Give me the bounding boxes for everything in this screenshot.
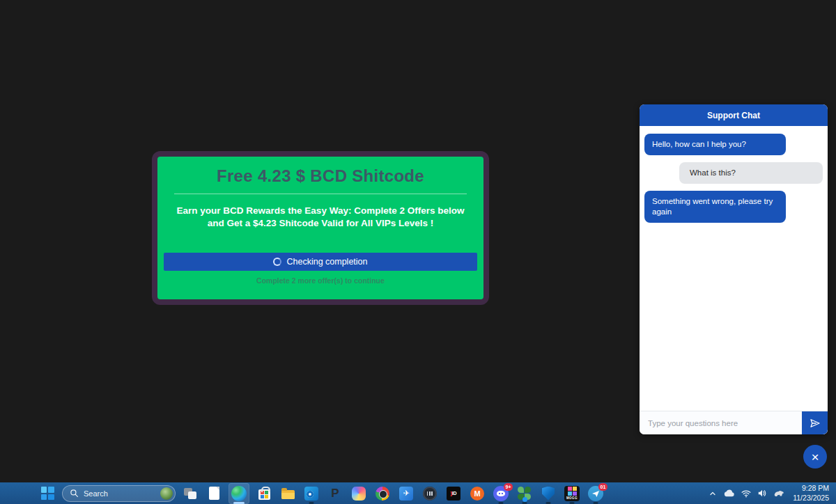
taskbar-item-microsoft-store[interactable] — [255, 485, 273, 503]
clock-date: 11/23/2025 — [793, 494, 829, 503]
airplane-icon: ✈ — [399, 487, 413, 501]
taskbar-item-audio-id-app[interactable]: )) ID — [444, 485, 463, 503]
telegram-notification-badge: 01 — [598, 483, 607, 491]
discord-notification-badge: 9+ — [504, 483, 513, 491]
checking-completion-label: Checking completion — [286, 257, 367, 267]
taskbar-item-mogg[interactable]: MOGG — [563, 485, 581, 503]
id-label: ID — [452, 491, 457, 496]
file-explorer-icon — [281, 490, 295, 499]
taskbar-item-file-explorer[interactable] — [279, 485, 297, 503]
search-icon — [70, 489, 79, 498]
taskbar: Search P — [0, 482, 836, 504]
taskbar-item-dark-globe-app[interactable] — [421, 485, 439, 503]
monero-icon: M — [470, 487, 484, 501]
audio-id-icon: )) ID — [447, 487, 460, 501]
discord-face-glyph — [497, 491, 505, 496]
promo-footer-note: Complete 2 more offer(s) to continue — [157, 276, 483, 285]
desktop-background: Free 4.23 $ BCD Shitcode Earn your BCD R… — [0, 0, 836, 504]
promo-description: Earn your BCD Rewards the Easy Way: Comp… — [169, 205, 472, 230]
taskbar-item-travel-app[interactable]: ✈ — [397, 485, 415, 503]
telegram-icon: 01 — [588, 486, 603, 501]
running-indicator — [594, 502, 598, 504]
search-highlight-plant-icon — [160, 487, 173, 500]
clock-time: 9:28 PM — [793, 484, 829, 494]
system-tray: 9:28 PM 11/23/2025 — [709, 484, 836, 503]
chat-bot-message: Hello, how can I help you? — [644, 134, 786, 155]
promo-card: Free 4.23 $ BCD Shitcode Earn your BCD R… — [152, 151, 489, 305]
chat-message-list: Hello, how can I help you? What is this?… — [640, 126, 828, 411]
search-placeholder-label: Search — [84, 489, 108, 498]
chat-close-button[interactable]: × — [803, 445, 827, 468]
onedrive-cloud-icon[interactable] — [723, 489, 735, 498]
taskbar-item-notepad[interactable] — [205, 485, 223, 503]
copilot-icon — [352, 487, 366, 501]
promo-title: Free 4.23 $ BCD Shitcode — [157, 166, 483, 186]
start-button[interactable] — [38, 485, 56, 503]
chrome-icon — [376, 487, 389, 501]
send-button[interactable] — [802, 411, 828, 434]
taskbar-item-p-app[interactable]: P — [326, 485, 344, 503]
airplane-glyph: ✈ — [403, 489, 409, 498]
taskbar-item-task-view[interactable] — [181, 485, 199, 503]
running-indicator — [309, 502, 314, 504]
dark-globe-icon — [423, 487, 437, 501]
checking-completion-button[interactable]: Checking completion — [164, 253, 477, 271]
taskbar-item-monero[interactable]: M — [468, 485, 486, 503]
running-indicator — [233, 502, 245, 504]
paper-plane-icon — [809, 417, 821, 430]
close-x-icon: × — [811, 450, 819, 464]
taskbar-item-copilot[interactable] — [350, 485, 368, 503]
taskbar-clock[interactable]: 9:28 PM 11/23/2025 — [793, 484, 829, 503]
taskbar-item-telegram[interactable]: 01 — [587, 485, 605, 503]
taskbar-item-outlook[interactable] — [302, 485, 320, 503]
running-indicator — [546, 502, 551, 504]
microsoft-store-icon — [258, 489, 270, 500]
taskbar-item-loyverse[interactable] — [516, 485, 534, 503]
taskbar-item-windows-defender[interactable] — [539, 485, 557, 503]
running-indicator — [522, 502, 527, 504]
outlook-icon — [304, 487, 318, 501]
chat-bot-message: Something went wrong, please try again — [644, 191, 786, 223]
running-indicator — [570, 502, 575, 504]
taskbar-item-edge[interactable] — [229, 483, 249, 504]
chat-input-row — [640, 411, 828, 434]
shield-icon — [542, 487, 555, 501]
monero-m-glyph: M — [474, 489, 480, 498]
taskbar-item-discord[interactable]: 9+ — [492, 485, 510, 503]
chat-user-message: What is this? — [679, 162, 823, 184]
promo-divider — [174, 194, 467, 194]
spinner-icon — [273, 258, 281, 266]
pets-tray-app-icon[interactable] — [773, 489, 784, 498]
p-logo-icon: P — [331, 487, 339, 501]
running-indicator — [499, 502, 504, 504]
telegram-plane-glyph — [591, 489, 600, 498]
four-leaf-app-icon — [518, 487, 532, 501]
taskbar-search-box[interactable]: Search — [62, 485, 176, 502]
discord-icon: 9+ — [493, 486, 509, 501]
sound-waves-glyph: )) — [450, 490, 451, 496]
task-view-icon — [184, 488, 196, 499]
windows-logo-icon — [41, 487, 54, 500]
chat-header: Support Chat — [640, 104, 828, 126]
taskbar-item-chrome[interactable] — [373, 485, 392, 503]
support-chat-panel: Support Chat Hello, how can I help you? … — [640, 104, 828, 434]
chat-question-input[interactable] — [640, 411, 802, 434]
edge-browser-icon — [231, 486, 247, 501]
tray-chevron-up-icon[interactable] — [709, 489, 717, 498]
mogg-label: MOGG — [566, 496, 578, 500]
volume-icon[interactable] — [757, 489, 767, 498]
mogg-app-icon: MOGG — [564, 486, 580, 501]
notepad-icon — [209, 487, 219, 500]
wifi-icon[interactable] — [741, 489, 751, 498]
chat-title: Support Chat — [707, 111, 760, 120]
